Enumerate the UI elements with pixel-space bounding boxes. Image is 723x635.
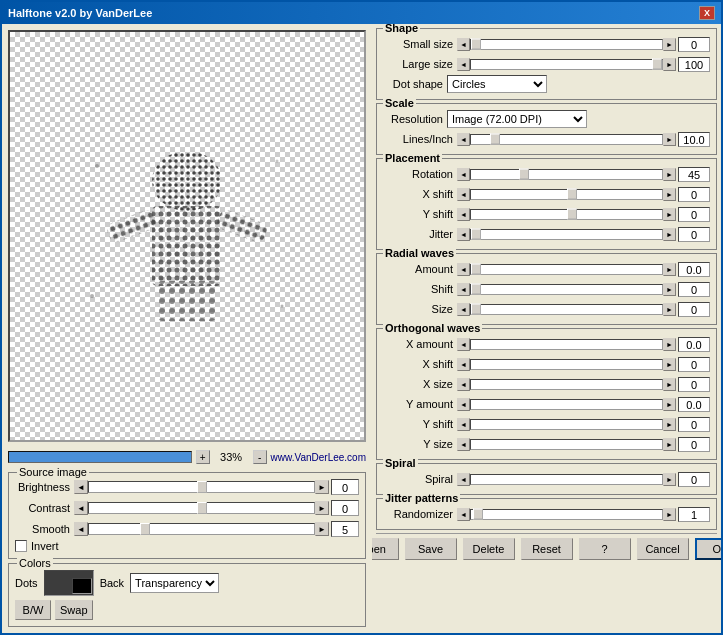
randomizer-thumb[interactable]	[473, 509, 483, 520]
xshift-track[interactable]	[470, 189, 663, 200]
brightness-value[interactable]: 0	[331, 479, 359, 495]
size-left-arrow[interactable]: ◄	[457, 303, 470, 316]
small-size-left-arrow[interactable]: ◄	[457, 38, 470, 51]
jitter-left-arrow[interactable]: ◄	[457, 228, 470, 241]
amount-left-arrow[interactable]: ◄	[457, 263, 470, 276]
large-size-thumb[interactable]	[652, 59, 662, 70]
yshift-right-arrow[interactable]: ►	[663, 208, 676, 221]
website-link[interactable]: www.VanDerLee.com	[271, 452, 366, 463]
amount-right-arrow[interactable]: ►	[663, 263, 676, 276]
xamount-right-arrow[interactable]: ►	[663, 338, 676, 351]
size-track[interactable]	[470, 304, 663, 315]
rotation-left-arrow[interactable]: ◄	[457, 168, 470, 181]
lines-inch-thumb[interactable]	[490, 134, 500, 145]
shift-thumb[interactable]	[471, 284, 481, 295]
amount-value[interactable]: 0.0	[678, 262, 710, 277]
xshift-o-value[interactable]: 0	[678, 357, 710, 372]
rotation-thumb[interactable]	[519, 169, 529, 180]
reset-button[interactable]: Reset	[521, 538, 573, 560]
yshift-value[interactable]: 0	[678, 207, 710, 222]
amount-track[interactable]	[470, 264, 663, 275]
xamount-value[interactable]: 0.0	[678, 337, 710, 352]
lines-inch-left-arrow[interactable]: ◄	[457, 133, 470, 146]
size-thumb[interactable]	[471, 304, 481, 315]
contrast-track[interactable]	[88, 502, 315, 514]
yamount-right-arrow[interactable]: ►	[663, 398, 676, 411]
ysize-right-arrow[interactable]: ►	[663, 438, 676, 451]
yamount-value[interactable]: 0.0	[678, 397, 710, 412]
invert-checkbox[interactable]	[15, 540, 27, 552]
spiral-right-arrow[interactable]: ►	[663, 473, 676, 486]
large-size-track[interactable]	[470, 59, 663, 70]
xshift-thumb[interactable]	[567, 189, 577, 200]
xamount-left-arrow[interactable]: ◄	[457, 338, 470, 351]
yshift-o-track[interactable]	[470, 419, 663, 430]
xamount-track[interactable]	[470, 339, 663, 350]
resolution-select[interactable]: Image (72.00 DPI)	[447, 110, 587, 128]
amount-thumb[interactable]	[471, 264, 481, 275]
contrast-thumb[interactable]	[197, 502, 207, 514]
xshift-value[interactable]: 0	[678, 187, 710, 202]
contrast-right-arrow[interactable]: ►	[315, 501, 329, 515]
smooth-track[interactable]	[88, 523, 315, 535]
xshift-o-track[interactable]	[470, 359, 663, 370]
rotation-value[interactable]: 45	[678, 167, 710, 182]
xsize-track[interactable]	[470, 379, 663, 390]
yshift-thumb[interactable]	[567, 209, 577, 220]
size-right-arrow[interactable]: ►	[663, 303, 676, 316]
xsize-value[interactable]: 0	[678, 377, 710, 392]
lines-inch-right-arrow[interactable]: ►	[663, 133, 676, 146]
yshift-o-right-arrow[interactable]: ►	[663, 418, 676, 431]
yamount-left-arrow[interactable]: ◄	[457, 398, 470, 411]
zoom-plus-button[interactable]: +	[196, 450, 210, 464]
jitter-right-arrow[interactable]: ►	[663, 228, 676, 241]
jitter-value[interactable]: 0	[678, 227, 710, 242]
xsize-left-arrow[interactable]: ◄	[457, 378, 470, 391]
shift-track[interactable]	[470, 284, 663, 295]
rotation-right-arrow[interactable]: ►	[663, 168, 676, 181]
brightness-left-arrow[interactable]: ◄	[74, 480, 88, 494]
smooth-left-arrow[interactable]: ◄	[74, 522, 88, 536]
shift-left-arrow[interactable]: ◄	[457, 283, 470, 296]
large-size-value[interactable]: 100	[678, 57, 710, 72]
yshift-track[interactable]	[470, 209, 663, 220]
xshift-left-arrow[interactable]: ◄	[457, 188, 470, 201]
swap-button[interactable]: Swap	[55, 600, 93, 620]
zoom-minus-button[interactable]: -	[253, 450, 267, 464]
save-button[interactable]: Save	[405, 538, 457, 560]
ysize-value[interactable]: 0	[678, 437, 710, 452]
shift-right-arrow[interactable]: ►	[663, 283, 676, 296]
small-size-track[interactable]	[470, 39, 663, 50]
size-value[interactable]: 0	[678, 302, 710, 317]
small-size-thumb[interactable]	[471, 39, 481, 50]
close-button[interactable]: X	[699, 6, 715, 20]
large-size-left-arrow[interactable]: ◄	[457, 58, 470, 71]
shift-value[interactable]: 0	[678, 282, 710, 297]
open-button[interactable]: Open	[372, 538, 399, 560]
xshift-o-right-arrow[interactable]: ►	[663, 358, 676, 371]
bw-button[interactable]: B/W	[15, 600, 51, 620]
lines-inch-track[interactable]	[470, 134, 663, 145]
rotation-track[interactable]	[470, 169, 663, 180]
contrast-left-arrow[interactable]: ◄	[74, 501, 88, 515]
smooth-thumb[interactable]	[140, 523, 150, 535]
yshift-left-arrow[interactable]: ◄	[457, 208, 470, 221]
spiral-left-arrow[interactable]: ◄	[457, 473, 470, 486]
lines-inch-value[interactable]: 10.0	[678, 132, 710, 147]
yshift-o-left-arrow[interactable]: ◄	[457, 418, 470, 431]
jitter-thumb[interactable]	[471, 229, 481, 240]
yamount-track[interactable]	[470, 399, 663, 410]
xshift-right-arrow[interactable]: ►	[663, 188, 676, 201]
dots-color-overlay[interactable]	[72, 578, 92, 594]
smooth-value[interactable]: 5	[331, 521, 359, 537]
dot-shape-select[interactable]: Circles Squares Diamonds Lines	[447, 75, 547, 93]
brightness-right-arrow[interactable]: ►	[315, 480, 329, 494]
xsize-right-arrow[interactable]: ►	[663, 378, 676, 391]
jitter-track[interactable]	[470, 229, 663, 240]
randomizer-value[interactable]: 1	[678, 507, 710, 522]
spiral-track[interactable]	[470, 474, 663, 485]
randomizer-track[interactable]	[470, 509, 663, 520]
large-size-right-arrow[interactable]: ►	[663, 58, 676, 71]
yshift-o-value[interactable]: 0	[678, 417, 710, 432]
ysize-left-arrow[interactable]: ◄	[457, 438, 470, 451]
